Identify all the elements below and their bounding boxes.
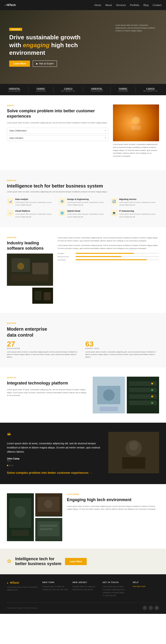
intelligence-section: SERVICE Intelligence tech for better bus… <box>0 170 166 227</box>
logo-divider-2 <box>53 87 54 92</box>
dot-1[interactable] <box>7 465 8 466</box>
testimonial-left: ❝ Lorem ipsum dolor sit amet, consectetu… <box>7 432 104 475</box>
solve-title: Solve complex problem into better custom… <box>7 108 108 119</box>
feature-text-analytic: Data Analytic Lorem ipsum dolor sit amet… <box>15 198 55 206</box>
engaging-tr-illustration <box>35 493 62 516</box>
solve-label: ABOUT <box>7 104 108 106</box>
testimonial-dots <box>7 465 104 466</box>
footer-bottom: Powered by Omag®. All rights reserved. f… <box>7 602 159 610</box>
engaging-left <box>7 493 62 539</box>
dropdown-data-activation[interactable]: Data Activation ▾ <box>7 135 108 141</box>
metric-bar-bg-developer <box>76 259 159 260</box>
modern-section: ENGAGE Modern enterprise data control 27… <box>0 313 166 368</box>
engineering-icon: ⚙️ <box>59 198 65 204</box>
intelligence-desc: Lorem ipsum dolor sit amet, consectetur … <box>7 190 159 194</box>
feature-text-hybrid: Hybrid Cloud Lorem ipsum dolor sit amet,… <box>67 210 107 218</box>
footer-contact-text: Lorem ipsum dolor sit amet consectetur a… <box>103 585 129 594</box>
svg-rect-9 <box>35 291 42 300</box>
logo-divider-3 <box>83 87 83 92</box>
integrated-section: SERVICE Integrated technology platform L… <box>0 368 166 423</box>
features-grid: 📊 Data Analytic Lorem ipsum dolor sit am… <box>7 198 159 218</box>
industry-title: Industry leading software solutions <box>7 240 53 251</box>
metric-measurement: Measurement <box>58 256 159 258</box>
metric-bar-bg-analytic <box>76 253 159 254</box>
engaging-image-top-right <box>35 493 62 516</box>
svg-rect-31 <box>12 530 29 536</box>
hero-badge: TECHNO <box>9 28 22 31</box>
stat-experttech: 63 EXPERT TECH Lorem ipsum dolor sit ame… <box>85 340 159 358</box>
testimonial-image <box>108 432 159 473</box>
intelligence-label: SERVICE <box>7 180 159 182</box>
svg-rect-26 <box>122 457 145 469</box>
engaging-section: CUSTOMER Engaging high tech environment … <box>0 484 166 548</box>
testimonial-text: Lorem ipsum dolor sit amet, consectetur … <box>7 442 104 454</box>
feature-cloud: ☁️ Cloud Platform Lorem ipsum dolor sit … <box>7 210 55 218</box>
nav-contact[interactable]: Contact <box>153 4 161 6</box>
facebook-icon[interactable]: f <box>142 606 147 610</box>
social-icons: f t in <box>142 606 159 610</box>
svg-point-21 <box>151 389 153 391</box>
cta-gear-icon: ⚙ <box>7 558 12 564</box>
integrated-right <box>93 377 159 414</box>
engaging-br-illustration <box>35 518 62 540</box>
tech-illustration <box>127 114 145 132</box>
industry-metrics: Analytic Measurement Developer <box>58 252 159 261</box>
intelligence-title: Intelligence tech for better business sy… <box>7 184 159 189</box>
vr-illustration <box>93 377 125 414</box>
linkedin-icon[interactable]: in <box>154 606 159 610</box>
stat-desc-2: Lorem ipsum dolor sit amet, consectetur … <box>85 351 159 358</box>
nav-portfolio[interactable]: Portfolio <box>130 4 139 6</box>
nav-links: Home About Services Portfolio Blog Conta… <box>94 4 161 6</box>
cta-learn-more-button[interactable]: Learn More <box>65 558 87 565</box>
industry-section: SERVICE Industry leading software soluti… <box>0 227 166 313</box>
integrated-title: Integrated technology platform <box>7 380 88 386</box>
svg-point-13 <box>103 389 115 401</box>
logo-fabric-1: FABRICINDUSTRIES <box>36 88 46 92</box>
engaging-label: CUSTOMER <box>67 493 159 495</box>
svg-rect-14 <box>100 406 118 411</box>
footer-contact: GET IN TOUCH Lorem ipsum dolor sit amet … <box>103 581 129 597</box>
footer-help: HELP Visit Help Center <box>132 581 159 597</box>
ask-expert-button[interactable]: ▶ Ask an Expert <box>33 60 57 67</box>
svg-point-30 <box>14 506 26 518</box>
svg-rect-37 <box>40 525 57 527</box>
twitter-icon[interactable]: t <box>148 606 153 610</box>
dropdown-data-collaboration[interactable]: Data Collaboration ▾ <box>7 128 108 134</box>
industry-small-illustration <box>32 288 53 304</box>
nav-about[interactable]: About <box>105 4 112 6</box>
nav-home[interactable]: Home <box>94 4 101 6</box>
engaging-image-bottom-right <box>35 518 62 541</box>
logo-cargo-2: CARGODBA. BENEFIT CO. <box>143 88 157 92</box>
stat-number-2: 63 <box>85 340 159 348</box>
metric-label-measurement: Measurement <box>58 256 74 258</box>
testimonial-author: John Camp <box>7 458 104 460</box>
feature-text-cloud: Cloud Platform Lorem ipsum dolor sit ame… <box>15 210 55 218</box>
hero-title: Drive sustainable growth with engaging h… <box>9 34 88 57</box>
hero-section: TECHNO Drive sustainable growth with eng… <box>0 10 166 84</box>
nav-services[interactable]: Services <box>116 4 126 6</box>
brand-logo[interactable]: ● HiTech <box>5 4 16 7</box>
svg-rect-5 <box>32 263 48 274</box>
svg-rect-10 <box>44 292 51 300</box>
footer-contact-title: GET IN TOUCH <box>103 581 129 584</box>
logo-oriental-2: ORIENTALLOCAL AGENCY <box>91 88 103 92</box>
footer-newyork: NEW YORK Paradise Street 75 Office 99, P… <box>42 581 69 597</box>
outsourcing-icon: 💻 <box>111 210 117 216</box>
navbar: ● HiTech Home About Services Portfolio B… <box>0 0 166 10</box>
svg-rect-38 <box>40 528 53 530</box>
nav-blog[interactable]: Blog <box>143 4 148 6</box>
learn-more-button[interactable]: Learn More <box>9 60 30 67</box>
dot-2[interactable] <box>9 465 11 466</box>
feature-text-migrating: Migrating Service Lorem ipsum dolor sit … <box>119 198 159 206</box>
metric-bar-analytic <box>76 253 134 254</box>
dot-3[interactable] <box>12 465 13 466</box>
hybrid-icon: 🌐 <box>59 210 65 216</box>
engaging-images <box>7 493 62 539</box>
feature-design-engineering: ⚙️ Design & Engineering Lorem ipsum dolo… <box>59 198 107 206</box>
engaging-title: Engaging high tech environment <box>67 497 159 502</box>
integrated-image-2 <box>127 377 159 414</box>
svg-point-27 <box>129 441 138 450</box>
logo-fabric-2: FABRICINDUSTRIES <box>118 88 128 92</box>
footer-help-link[interactable]: Visit Help Center <box>132 585 159 588</box>
modern-content: 27 DATACENTER Lorem ipsum dolor sit amet… <box>7 340 159 358</box>
